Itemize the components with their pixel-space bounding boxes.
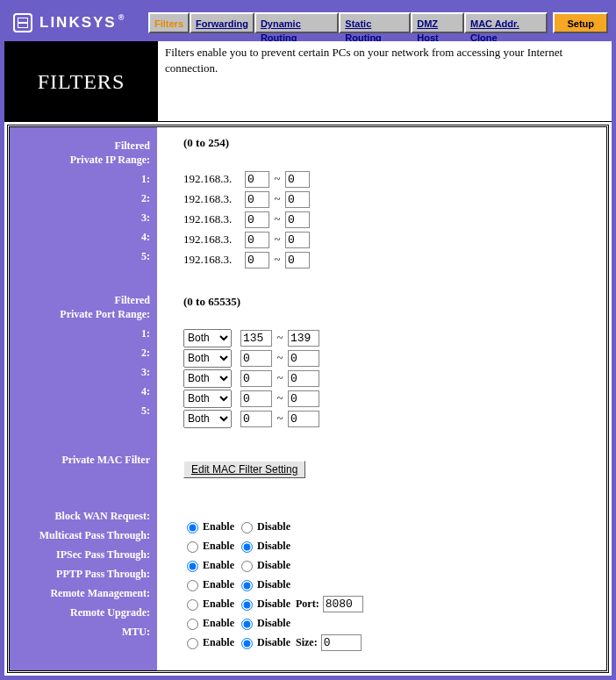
port3-from[interactable]	[240, 370, 272, 387]
lbl-row5: 5:	[13, 247, 150, 266]
proto3[interactable]: Both	[183, 369, 232, 388]
tab-static-routing[interactable]: Static Routing	[339, 12, 411, 33]
port-range-hint: (0 to 65535)	[183, 295, 598, 314]
page-description: Filters enable you to prevent certain PC…	[158, 41, 612, 122]
lbl-ip-header2: Private IP Range:	[13, 150, 150, 169]
lbl-row4: 4:	[13, 227, 150, 247]
port1-from[interactable]	[240, 330, 272, 347]
ip-row-4: 192.168.3. ~	[183, 230, 598, 249]
lbl-size: Size:	[296, 636, 318, 649]
port-row-2: Both ~	[183, 348, 598, 368]
lbl-prow3: 3:	[13, 362, 150, 382]
ip2-from[interactable]	[245, 191, 269, 208]
ip3-from[interactable]	[245, 211, 269, 228]
proto4[interactable]: Both	[183, 390, 232, 408]
port2-to[interactable]	[288, 350, 319, 367]
lbl-prow5: 5:	[13, 401, 150, 420]
row-multicast: Enable Disable	[183, 536, 598, 555]
port-row-5: Both ~	[183, 409, 598, 428]
ip1-from[interactable]	[245, 171, 269, 188]
remote-upgrade-enable[interactable]	[187, 619, 198, 630]
port-row-3: Both ~	[183, 369, 598, 388]
row-block-wan: Enable Disable	[183, 517, 598, 536]
ipsec-disable[interactable]	[241, 561, 253, 572]
row-mtu: Enable Disable Size:	[183, 633, 598, 652]
tab-setup[interactable]: Setup	[553, 12, 608, 33]
tab-dmz-host[interactable]: DMZ Host	[411, 12, 464, 33]
ip1-to[interactable]	[285, 171, 310, 188]
lbl-remote-upgrade: Remote Upgrade:	[13, 603, 150, 622]
pptp-enable[interactable]	[187, 580, 198, 591]
row-pptp: Enable Disable	[183, 575, 598, 594]
row-ipsec: Enable Disable	[183, 555, 598, 575]
tilde-icon: ~	[269, 172, 285, 186]
ip4-to[interactable]	[285, 232, 310, 248]
page-title: FILTERS	[4, 41, 158, 122]
port-row-1: Both ~	[183, 328, 598, 347]
remote-mgmt-port[interactable]	[323, 596, 363, 612]
tab-mac-clone[interactable]: MAC Addr. Clone	[464, 12, 548, 33]
ip-row-2: 192.168.3. ~	[183, 190, 598, 209]
proto2[interactable]: Both	[183, 349, 232, 368]
ip-prefix: 192.168.3.	[183, 172, 245, 186]
tab-dynamic-routing[interactable]: Dynamic Routing	[254, 12, 339, 33]
ip5-from[interactable]	[245, 252, 269, 268]
port5-to[interactable]	[288, 411, 319, 427]
mtu-enable[interactable]	[187, 638, 198, 649]
multicast-enable[interactable]	[187, 541, 198, 553]
ip4-from[interactable]	[245, 232, 269, 248]
port5-from[interactable]	[240, 411, 272, 427]
port-row-4: Both ~	[183, 389, 598, 408]
brand-logo: LINKSYS ®	[13, 13, 148, 32]
lbl-mtu: MTU:	[13, 622, 150, 641]
mtu-disable[interactable]	[241, 638, 253, 649]
lbl-row3: 3:	[13, 208, 150, 227]
lbl-prow4: 4:	[13, 382, 150, 401]
ip3-to[interactable]	[285, 211, 310, 228]
lbl-ipsec: IPSec Pass Through:	[13, 545, 150, 564]
lbl-row2: 2:	[13, 189, 150, 208]
proto5[interactable]: Both	[183, 410, 232, 428]
block-wan-disable[interactable]	[241, 522, 253, 533]
remote-mgmt-enable[interactable]	[187, 599, 198, 611]
tab-filters[interactable]: Filters	[148, 12, 190, 33]
block-wan-enable[interactable]	[187, 522, 198, 533]
proto1[interactable]: Both	[183, 329, 232, 347]
ip5-to[interactable]	[285, 252, 310, 268]
remote-mgmt-disable[interactable]	[241, 599, 253, 611]
ipsec-enable[interactable]	[187, 561, 198, 572]
edit-mac-button[interactable]: Edit MAC Filter Setting	[183, 461, 305, 478]
controls-column: (0 to 254) 192.168.3. ~ 192.168.3. ~ 192…	[157, 127, 606, 670]
mtu-size[interactable]	[321, 634, 362, 651]
ip2-to[interactable]	[285, 191, 310, 208]
port1-to[interactable]	[288, 330, 319, 347]
header-band: LINKSYS ® Filters Forwarding Dynamic Rou…	[4, 4, 612, 41]
port2-from[interactable]	[240, 350, 272, 367]
lbl-remote-mgmt: Remote Management:	[13, 583, 150, 603]
ip-row-3: 192.168.3. ~	[183, 210, 598, 229]
remote-upgrade-disable[interactable]	[241, 619, 253, 630]
port4-from[interactable]	[240, 390, 272, 407]
lbl-block-wan: Block WAN Request:	[13, 506, 150, 526]
lbl-row1: 1:	[13, 169, 150, 189]
nav-tabs: Filters Forwarding Dynamic Routing Stati…	[148, 12, 608, 33]
ip-range-hint: (0 to 254)	[183, 136, 598, 155]
brand-text: LINKSYS	[39, 14, 117, 32]
lbl-mac-filter: Private MAC Filter	[13, 450, 150, 469]
logo-icon	[13, 13, 32, 32]
lbl-prow2: 2:	[13, 343, 150, 362]
lbl-pptp: PPTP Pass Through:	[13, 564, 150, 583]
row-remote-upgrade: Enable Disable	[183, 613, 598, 633]
label-column: Filtered Private IP Range: 1: 2: 3: 4: 5…	[10, 127, 157, 670]
ip-row-5: 192.168.3. ~	[183, 250, 598, 269]
multicast-disable[interactable]	[241, 541, 253, 553]
port4-to[interactable]	[288, 390, 319, 407]
port3-to[interactable]	[288, 370, 319, 387]
lbl-prow1: 1:	[13, 324, 150, 343]
lbl-port: Port:	[296, 598, 319, 611]
pptp-disable[interactable]	[241, 580, 253, 591]
lbl-port-header2: Private Port Range:	[13, 304, 150, 324]
tab-forwarding[interactable]: Forwarding	[190, 12, 254, 33]
ip-row-1: 192.168.3. ~	[183, 169, 598, 189]
lbl-multicast: Multicast Pass Through:	[13, 526, 150, 545]
